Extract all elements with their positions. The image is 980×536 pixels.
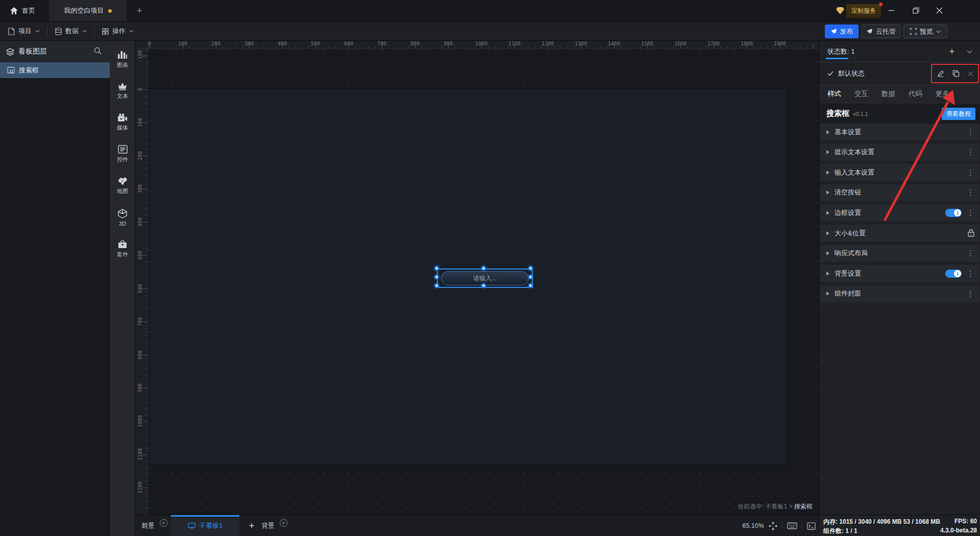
caret-right-icon <box>826 150 829 154</box>
section-响应式布局[interactable]: 响应式布局⋮ <box>820 245 979 262</box>
view-tutorial-button[interactable]: 查看教程 <box>942 108 975 120</box>
restore-button[interactable] <box>905 0 926 20</box>
section-输入文本设置[interactable]: 输入文本设置⋮ <box>820 164 979 181</box>
v-ruler-label: 200 <box>137 145 144 166</box>
menu-project[interactable]: 项目 <box>2 22 46 40</box>
tab-样式[interactable]: 样式 <box>827 89 841 99</box>
preview-button[interactable]: 预览 <box>903 25 947 38</box>
tab-交互[interactable]: 交互 <box>854 89 868 99</box>
background-label[interactable]: 背景 <box>261 515 275 536</box>
chevron-down-icon <box>129 30 134 33</box>
selection-handle[interactable] <box>528 266 533 271</box>
toggle-on[interactable]: 1 <box>945 209 962 217</box>
kebab-menu-icon[interactable]: ⋮ <box>967 271 974 276</box>
close-button[interactable] <box>929 0 949 20</box>
zoom-level[interactable]: 65.10% <box>743 522 765 529</box>
default-state-label: 默认状态 <box>838 69 865 78</box>
lock-icon[interactable] <box>968 229 974 237</box>
selection-target: 搜索框 <box>794 503 813 510</box>
layer-item-searchbox[interactable]: 搜索框 <box>0 62 110 78</box>
project-tab[interactable]: 我的空白项目 <box>49 0 127 21</box>
add-foreground-button[interactable]: + <box>160 519 167 527</box>
memory-value: 1015 / 3040 / 4096 MB 53 / 1068 MB <box>839 518 940 525</box>
foreground-label[interactable]: 前景 <box>141 515 155 536</box>
new-tab-button[interactable]: + <box>132 0 147 21</box>
section-边框设置[interactable]: 边框设置1⋮ <box>820 204 979 221</box>
add-background-button[interactable]: + <box>280 519 287 527</box>
selection-handle[interactable] <box>434 266 439 271</box>
dock-item-套件[interactable]: 套件 <box>110 235 135 263</box>
toggle-knob: 1 <box>954 270 961 277</box>
board-icon <box>188 523 195 529</box>
dock-item-3D[interactable]: 3D <box>110 203 135 232</box>
selection-status: 当前选中: 子看板1 > 搜索框 <box>738 502 813 511</box>
kebab-menu-icon[interactable]: ⋮ <box>967 130 974 135</box>
build-version: 4.3.0-beta.28 <box>940 527 977 534</box>
v-ruler-label: 400 <box>137 212 144 232</box>
dock-item-媒体[interactable]: 媒体 <box>110 108 135 137</box>
kebab-menu-icon[interactable]: ⋮ <box>967 291 974 296</box>
section-提示文本设置[interactable]: 提示文本设置⋮ <box>820 144 979 161</box>
section-清空按钮[interactable]: 清空按钮⋮ <box>820 184 979 201</box>
home-button[interactable]: 首页 <box>5 0 40 21</box>
v-ruler-label: 800 <box>137 345 144 365</box>
minimize-button[interactable] <box>881 0 901 20</box>
custom-service-button[interactable]: 定制服务 <box>846 4 881 18</box>
section-背景设置[interactable]: 背景设置1⋮ <box>820 265 979 282</box>
h-ruler-label: 1100 <box>504 41 525 46</box>
publish-button[interactable]: 发布 <box>825 25 859 38</box>
fps-value: 60 <box>970 518 977 525</box>
board-tab-active[interactable]: 子看板1 <box>171 515 239 536</box>
selection-handle[interactable] <box>481 283 486 288</box>
selection-handle[interactable] <box>528 275 533 279</box>
section-基本设置[interactable]: 基本设置⋮ <box>820 124 979 140</box>
caret-right-icon <box>826 291 829 296</box>
dock-item-文本[interactable]: 文本 <box>110 77 135 105</box>
section-label: 背景设置 <box>835 269 861 278</box>
section-大小&位置[interactable]: 大小&位置 <box>820 225 979 241</box>
search-icon[interactable] <box>94 47 102 55</box>
v-ruler-label: 900 <box>137 378 144 398</box>
selection-handle[interactable] <box>528 283 533 288</box>
dock-item-label: 图表 <box>117 61 128 69</box>
dock-item-地图[interactable]: 地图 <box>110 172 135 200</box>
menu-data[interactable]: 数据 <box>49 22 93 40</box>
kebab-menu-icon[interactable]: ⋮ <box>967 251 974 256</box>
kebab-menu-icon[interactable]: ⋮ <box>967 150 974 155</box>
annotation-red-box <box>931 64 979 83</box>
v-ruler-label: 600 <box>137 278 144 299</box>
tab-更多[interactable]: 更多 <box>936 89 949 99</box>
h-ruler-label: 900 <box>438 41 458 46</box>
selected-component-searchbox[interactable]: 请输入... <box>437 269 533 288</box>
selection-handle[interactable] <box>434 275 439 279</box>
dock-item-label: 套件 <box>117 251 128 258</box>
caret-right-icon <box>826 190 829 194</box>
section-组件封面[interactable]: 组件封面⋮ <box>820 285 979 302</box>
add-board-button[interactable]: + <box>242 515 261 536</box>
tab-代码[interactable]: 代码 <box>909 89 922 99</box>
fit-screen-icon[interactable] <box>769 522 777 530</box>
menu-separator <box>47 26 47 36</box>
dock-item-控件[interactable]: 控件 <box>110 140 135 168</box>
pasteboard[interactable]: 请输入... 当前选中: 子看板1 > 搜索框 <box>148 49 819 515</box>
cloud-host-button[interactable]: 云托管 <box>862 25 900 38</box>
dock-item-label: 控件 <box>117 156 128 163</box>
h-ruler-label: 500 <box>305 41 326 46</box>
toggle-on[interactable]: 1 <box>945 270 962 278</box>
kebab-menu-icon[interactable]: ⋮ <box>967 170 974 175</box>
layers-panel-header: 看板图层 <box>0 41 110 62</box>
active-tab-underline <box>826 58 848 59</box>
collapse-states-icon[interactable] <box>967 50 972 54</box>
menu-operations[interactable]: 操作 <box>96 22 140 40</box>
dock-item-图表[interactable]: 图表 <box>110 45 135 74</box>
terminal-icon[interactable] <box>807 522 816 530</box>
tab-数据[interactable]: 数据 <box>881 89 895 99</box>
selection-handle[interactable] <box>481 266 486 271</box>
keyboard-icon[interactable] <box>787 522 797 529</box>
selection-handle[interactable] <box>434 283 439 288</box>
menu-separator <box>94 26 94 36</box>
kebab-menu-icon[interactable]: ⋮ <box>967 190 974 195</box>
add-state-button[interactable]: + <box>947 46 957 57</box>
kebab-menu-icon[interactable]: ⋮ <box>967 210 974 215</box>
h-ruler-label: 400 <box>272 41 292 46</box>
